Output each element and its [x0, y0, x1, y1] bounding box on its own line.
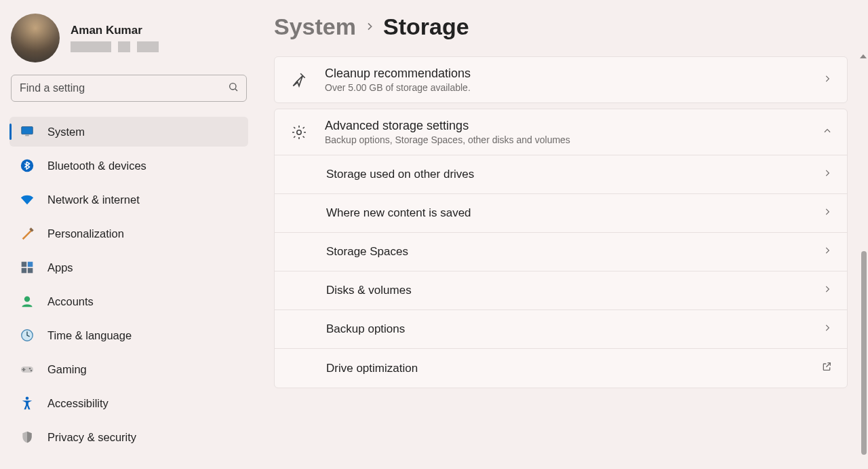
sub-label: Storage used on other drives: [326, 168, 812, 181]
cleanup-title: Cleanup recommendations: [325, 67, 806, 81]
nav-label: System: [47, 126, 85, 138]
svg-point-0: [230, 83, 236, 90]
cleanup-sub: Over 5.00 GB of storage available.: [325, 82, 806, 93]
bluetooth-icon: [19, 157, 35, 174]
wifi-icon: [19, 191, 35, 208]
nav-apps[interactable]: Apps: [9, 252, 248, 282]
sub-label: Where new content is saved: [326, 206, 812, 220]
gamepad-icon: [19, 361, 35, 377]
search-wrap: [11, 75, 247, 102]
advanced-header[interactable]: Advanced storage settings Backup options…: [275, 109, 847, 155]
nav-gaming[interactable]: Gaming: [9, 354, 248, 384]
profile-text: Aman Kumar: [71, 24, 159, 52]
scroll-thumb[interactable]: [861, 251, 867, 455]
profile-block[interactable]: Aman Kumar: [9, 12, 248, 75]
nav-accessibility[interactable]: Accessibility: [9, 388, 248, 418]
chevron-right-icon: [823, 284, 832, 297]
svg-rect-8: [28, 262, 33, 267]
svg-rect-2: [22, 127, 33, 134]
nav-label: Gaming: [47, 363, 87, 376]
advanced-title: Advanced storage settings: [325, 119, 806, 133]
nav-bluetooth[interactable]: Bluetooth & devices: [9, 151, 248, 181]
nav-label: Bluetooth & devices: [47, 160, 146, 172]
chevron-right-icon: [364, 18, 375, 36]
nav-network[interactable]: Network & internet: [9, 185, 248, 214]
advanced-sublist: Storage used on other drives Where new c…: [275, 155, 847, 388]
svg-point-17: [297, 130, 301, 134]
avatar: [11, 14, 60, 62]
main-content: System Storage Cleanup recommendations O…: [258, 0, 868, 469]
svg-rect-10: [28, 268, 33, 274]
svg-line-1: [235, 89, 237, 91]
shield-icon: [19, 429, 35, 445]
nav-list: System Bluetooth & devices Network & int…: [9, 117, 248, 456]
scroll-up-icon[interactable]: [860, 54, 867, 58]
sub-storage-spaces[interactable]: Storage Spaces: [275, 232, 847, 271]
sub-drive-optimization[interactable]: Drive optimization: [275, 348, 847, 388]
nav-privacy[interactable]: Privacy & security: [9, 422, 248, 452]
svg-point-11: [24, 297, 30, 302]
nav-label: Personalization: [47, 227, 124, 240]
chevron-right-icon: [823, 74, 832, 86]
svg-rect-7: [22, 262, 27, 267]
sub-label: Storage Spaces: [326, 245, 812, 259]
sidebar: Aman Kumar System Bluetooth & devices: [0, 0, 258, 469]
apps-icon: [19, 259, 35, 276]
profile-name: Aman Kumar: [71, 24, 159, 37]
nav-label: Accessibility: [47, 397, 108, 410]
advanced-card: Advanced storage settings Backup options…: [274, 109, 848, 388]
breadcrumb: System Storage: [274, 14, 848, 40]
clock-globe-icon: [19, 327, 35, 343]
nav-personalization[interactable]: Personalization: [9, 219, 248, 248]
svg-rect-9: [22, 268, 27, 274]
sub-storage-other-drives[interactable]: Storage used on other drives: [275, 155, 847, 193]
accessibility-icon: [19, 395, 35, 411]
chevron-right-icon: [823, 206, 832, 220]
monitor-icon: [19, 124, 35, 140]
nav-label: Apps: [47, 261, 73, 274]
nav-time[interactable]: Time & language: [9, 320, 248, 350]
nav-label: Accounts: [47, 295, 94, 308]
sub-backup-options[interactable]: Backup options: [275, 309, 847, 348]
sub-label: Backup options: [326, 322, 812, 336]
chevron-right-icon: [823, 322, 832, 336]
svg-point-16: [26, 396, 29, 400]
svg-point-14: [29, 368, 31, 370]
cleanup-card[interactable]: Cleanup recommendations Over 5.00 GB of …: [274, 56, 848, 103]
svg-point-15: [31, 370, 33, 372]
nav-label: Privacy & security: [47, 431, 136, 444]
nav-system[interactable]: System: [9, 117, 248, 147]
svg-rect-4: [25, 135, 29, 136]
external-link-icon: [821, 361, 832, 375]
search-input[interactable]: [11, 75, 247, 102]
gear-icon: [290, 123, 309, 142]
breadcrumb-current: Storage: [383, 14, 469, 40]
profile-email-redacted: [71, 41, 159, 52]
breadcrumb-parent[interactable]: System: [274, 14, 356, 40]
advanced-sub: Backup options, Storage Spaces, other di…: [325, 134, 806, 145]
chevron-right-icon: [823, 245, 832, 259]
sub-disks-volumes[interactable]: Disks & volumes: [275, 271, 847, 309]
sub-label: Disks & volumes: [326, 284, 812, 297]
chevron-up-icon: [823, 126, 832, 138]
nav-accounts[interactable]: Accounts: [9, 286, 248, 316]
chevron-right-icon: [823, 168, 832, 181]
nav-label: Time & language: [47, 329, 132, 342]
broom-icon: [290, 71, 309, 90]
nav-label: Network & internet: [47, 193, 140, 206]
person-icon: [19, 293, 35, 309]
search-icon: [228, 81, 239, 95]
scrollbar[interactable]: [860, 54, 867, 469]
sub-label: Drive optimization: [326, 362, 810, 375]
paintbrush-icon: [19, 225, 35, 242]
sub-where-saved[interactable]: Where new content is saved: [275, 193, 847, 232]
